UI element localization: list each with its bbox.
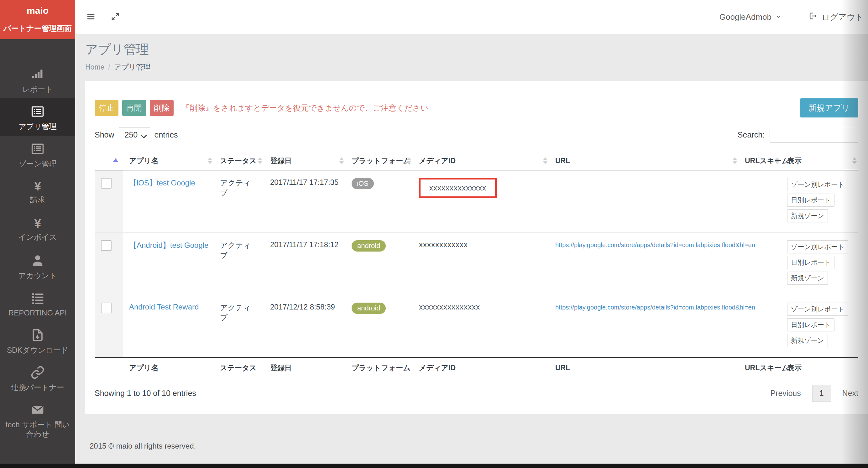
- sidebar-item-sdk-download[interactable]: SDKダウンロード: [0, 322, 75, 359]
- table-header: アプリ名 ステータス 登録日 プラットフォーム メディアID URL URLスキ…: [95, 151, 858, 170]
- row-actions-cell: ゾーン別レポート日別レポート新規ゾーン: [781, 295, 858, 358]
- store-url-link[interactable]: https://play.google.com/store/apps/detai…: [555, 242, 755, 248]
- sort-icons: [258, 157, 262, 164]
- header-status[interactable]: ステータス: [214, 151, 264, 170]
- sidebar-item-label: REPORTING API: [8, 308, 67, 318]
- sidebar-toggle-button[interactable]: [85, 11, 97, 23]
- row-checkbox[interactable]: [101, 178, 112, 189]
- logout-button[interactable]: ログアウト: [808, 11, 863, 23]
- sidebar-item-invoice[interactable]: ¥ インボイス: [0, 210, 75, 247]
- account-dropdown-label: GoogleAdmob: [719, 12, 772, 22]
- footer-registered: 登録日: [264, 357, 345, 377]
- row-action-button[interactable]: 新規ゾーン: [787, 209, 828, 222]
- row-actions-cell: ゾーン別レポート日別レポート新規ゾーン: [781, 233, 858, 295]
- header-platform[interactable]: プラットフォーム: [345, 151, 413, 170]
- footer-display: 表示: [781, 357, 858, 377]
- search-input[interactable]: [770, 127, 858, 143]
- hamburger-icon: [86, 18, 96, 22]
- sidebar-item-label: アカウント: [19, 271, 57, 280]
- store-url-link[interactable]: https://play.google.com/store/apps/detai…: [555, 304, 755, 311]
- resume-button[interactable]: 再開: [122, 100, 146, 116]
- sidebar-item-label: 請求: [30, 195, 45, 205]
- page-size-select[interactable]: 250: [119, 127, 150, 142]
- sidebar-item-label: 連携パートナー: [11, 383, 64, 392]
- row-action-button[interactable]: 新規ゾーン: [787, 334, 828, 347]
- header-app-name[interactable]: アプリ名: [123, 151, 214, 170]
- bar-chart-icon: [31, 67, 44, 83]
- sidebar-item-tech-support[interactable]: tech サポート 問い合わせ: [0, 397, 75, 434]
- header-registered[interactable]: 登録日: [264, 151, 345, 170]
- sidebar-item-account[interactable]: アカウント: [0, 247, 75, 285]
- footer-status: ステータス: [214, 357, 264, 377]
- page-number-button[interactable]: 1: [812, 385, 831, 402]
- row-action-button[interactable]: ゾーン別レポート: [787, 303, 848, 316]
- delete-warning-text: 『削除』をされますとデータを復元できませんので、ご注意ください: [182, 103, 428, 113]
- sort-icons: [208, 157, 212, 164]
- table-body: 【iOS】test Google アクティブ 2017/11/17 17:17:…: [95, 170, 858, 357]
- footer-platform: プラットフォーム: [345, 357, 413, 377]
- breadcrumb-separator: /: [108, 63, 110, 71]
- breadcrumb: Home / アプリ管理: [85, 62, 868, 72]
- sidebar-nav: レポート アプリ管理 ゾーン管理 ¥ 請求 ¥ インボイス: [0, 39, 75, 434]
- previous-page-button[interactable]: Previous: [770, 389, 801, 398]
- chevron-down-icon: [775, 12, 781, 22]
- header-url-scheme[interactable]: URLスキーム: [739, 151, 781, 170]
- new-app-button[interactable]: 新規アプリ: [800, 98, 858, 118]
- sidebar-item-reporting-api[interactable]: REPORTING API: [0, 285, 75, 322]
- app-name-link[interactable]: Android Test Reward: [129, 303, 199, 311]
- sort-icons: [733, 157, 737, 164]
- delete-button[interactable]: 削除: [150, 100, 174, 116]
- app-name-link[interactable]: 【iOS】test Google: [129, 179, 195, 187]
- envelope-icon: [31, 403, 44, 418]
- top-navbar: GoogleAdmob ログアウト: [75, 0, 868, 34]
- sidebar-item-app-management[interactable]: アプリ管理: [0, 98, 75, 136]
- sidebar-item-label: SDKダウンロード: [7, 345, 68, 355]
- footer-url-scheme: URLスキーム: [739, 357, 781, 377]
- sign-out-icon: [808, 11, 817, 23]
- main-area: GoogleAdmob ログアウト アプリ管理 Home / アプリ管理: [75, 0, 868, 464]
- registered-date-cell: 2017/12/12 8:58:39: [264, 295, 345, 358]
- header-media-id[interactable]: メディアID: [413, 151, 549, 170]
- table-controls: Show 250 entries Search:: [95, 127, 858, 143]
- entries-info: Showing 1 to 10 of 10 entries: [95, 389, 196, 398]
- sort-icons: [407, 157, 411, 164]
- breadcrumb-home-link[interactable]: Home: [85, 63, 104, 71]
- sidebar-item-partners[interactable]: 連携パートナー: [0, 359, 75, 397]
- sidebar-item-label: インボイス: [19, 232, 57, 242]
- status-cell: アクティブ: [214, 295, 264, 358]
- row-action-button[interactable]: 新規ゾーン: [787, 272, 828, 285]
- row-action-button[interactable]: ゾーン別レポート: [787, 178, 848, 191]
- link-icon: [31, 366, 44, 381]
- platform-badge: android: [351, 303, 386, 314]
- sidebar-item-billing[interactable]: ¥ 請求: [0, 173, 75, 210]
- next-page-button[interactable]: Next: [842, 389, 858, 398]
- sort-icons: [852, 157, 857, 164]
- bulk-actions-toolbar: 停止 再開 削除 『削除』をされますとデータを復元できませんので、ご注意ください…: [95, 98, 858, 118]
- status-cell: アクティブ: [214, 170, 264, 233]
- page-title: アプリ管理: [85, 41, 868, 58]
- app-name-link[interactable]: 【Android】test Google: [129, 241, 208, 249]
- fullscreen-button[interactable]: [109, 11, 122, 23]
- header-select-column[interactable]: [95, 151, 123, 170]
- row-action-button[interactable]: 日別レポート: [787, 194, 834, 207]
- row-checkbox[interactable]: [101, 303, 112, 313]
- header-url[interactable]: URL: [549, 151, 739, 170]
- search-area: Search:: [738, 127, 858, 143]
- sidebar-item-label: ゾーン管理: [19, 159, 56, 168]
- entries-label: entries: [154, 130, 178, 139]
- header-display[interactable]: 表示: [781, 151, 858, 170]
- page-heading: アプリ管理 Home / アプリ管理: [75, 34, 868, 80]
- row-action-button[interactable]: ゾーン別レポート: [787, 240, 848, 253]
- sidebar-item-label: tech サポート 問い合わせ: [4, 420, 71, 439]
- sort-icons: [775, 157, 779, 164]
- row-action-button[interactable]: 日別レポート: [787, 256, 834, 269]
- sort-ascending-icon: [113, 158, 119, 162]
- row-checkbox[interactable]: [101, 240, 112, 251]
- stop-button[interactable]: 停止: [95, 100, 119, 116]
- logout-label: ログアウト: [822, 11, 863, 23]
- show-label: Show: [95, 130, 114, 139]
- account-dropdown[interactable]: GoogleAdmob: [719, 12, 781, 22]
- row-action-button[interactable]: 日別レポート: [787, 318, 834, 332]
- sidebar-item-zone-management[interactable]: ゾーン管理: [0, 136, 75, 173]
- sidebar-item-report[interactable]: レポート: [0, 61, 75, 98]
